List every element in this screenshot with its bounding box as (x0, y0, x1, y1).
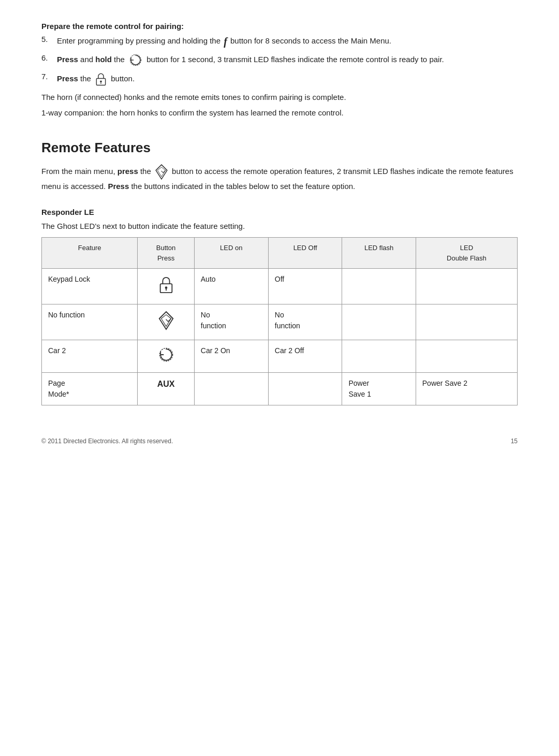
responder-le-heading: Responder LE (41, 207, 518, 219)
led-off-off: Off (268, 269, 342, 304)
svg-point-7 (165, 286, 167, 289)
copyright: © 2011 Directed Electronics. All rights … (41, 437, 173, 446)
table-row: PageMode* AUX PowerSave 1 Power Save 2 (42, 373, 518, 405)
rf-press: press (117, 166, 138, 175)
f-button-icon: f (224, 34, 227, 49)
remote-features-title: Remote Features (41, 138, 518, 158)
btn-car2 (138, 340, 194, 373)
page-number: 15 (511, 437, 518, 446)
btn-ghost (138, 304, 194, 340)
car2-button-icon (128, 52, 143, 68)
col-led-flash: LED flash (342, 238, 416, 269)
table-row: No function Nofunction Nofunction (42, 304, 518, 340)
responder-le-desc: The Ghost LED's next to button indicate … (41, 221, 518, 232)
remote-features-intro: From the main menu, press the button to … (41, 163, 518, 193)
feature-page-mode: PageMode* (42, 373, 138, 405)
led-flash-empty3 (342, 340, 416, 373)
footer: © 2011 Directed Electronics. All rights … (41, 437, 518, 446)
col-led-off: LED Off (268, 238, 342, 269)
col-led-on: LED on (194, 238, 268, 269)
lock-button-icon (94, 71, 108, 88)
led-on-auto: Auto (194, 269, 268, 304)
led-flash-empty1 (342, 269, 416, 304)
step6-press: Press (57, 54, 78, 63)
led-flash-empty2 (342, 304, 416, 340)
col-led-double: LEDDouble Flash (416, 238, 517, 269)
led-double-empty3 (416, 340, 517, 373)
btn-lock (138, 269, 194, 304)
led-on-empty4 (194, 373, 268, 405)
step-6: 6. Press and hold the button for 1 secon… (41, 52, 518, 68)
features-table: Feature ButtonPress LED on LED Off LED f… (41, 237, 518, 405)
prepare-heading: Prepare the remote control for pairing: (41, 21, 518, 33)
led-on-nofunc: Nofunction (194, 304, 268, 340)
led-double-empty2 (416, 304, 517, 340)
col-feature: Feature (42, 238, 138, 269)
step-5: 5. Enter programming by pressing and hol… (41, 34, 518, 49)
table-row: Car 2 Car 2 On Car 2 Off (42, 340, 518, 373)
led-on-car2: Car 2 On (194, 340, 268, 373)
led-double-powersave2: Power Save 2 (416, 373, 517, 405)
ghost-button-inline-icon (154, 163, 169, 181)
feature-keypad-lock: Keypad Lock (42, 269, 138, 304)
oneway-paragraph: 1-way companion: the horn honks to confi… (41, 107, 518, 119)
led-double-empty1 (416, 269, 517, 304)
step7-press: Press (57, 74, 78, 82)
aux-label: AUX (157, 380, 175, 388)
col-button: ButtonPress (138, 238, 194, 269)
page-content: Prepare the remote control for pairing: … (41, 21, 518, 446)
led-flash-powersave1: PowerSave 1 (342, 373, 416, 405)
led-off-nofunc: Nofunction (268, 304, 342, 340)
feature-no-function: No function (42, 304, 138, 340)
table-row: Keypad Lock Auto Off (42, 269, 518, 304)
steps-list: 5. Enter programming by pressing and hol… (41, 34, 518, 88)
svg-point-2 (100, 80, 102, 82)
rf-press2: Press (108, 182, 129, 191)
horn-paragraph: The horn (if connected) honks and the re… (41, 92, 518, 104)
feature-car2: Car 2 (42, 340, 138, 373)
step6-hold: hold (95, 54, 112, 63)
btn-aux: AUX (138, 373, 194, 405)
step-7: 7. Press the button. (41, 71, 518, 88)
led-off-empty4 (268, 373, 342, 405)
led-off-car2: Car 2 Off (268, 340, 342, 373)
